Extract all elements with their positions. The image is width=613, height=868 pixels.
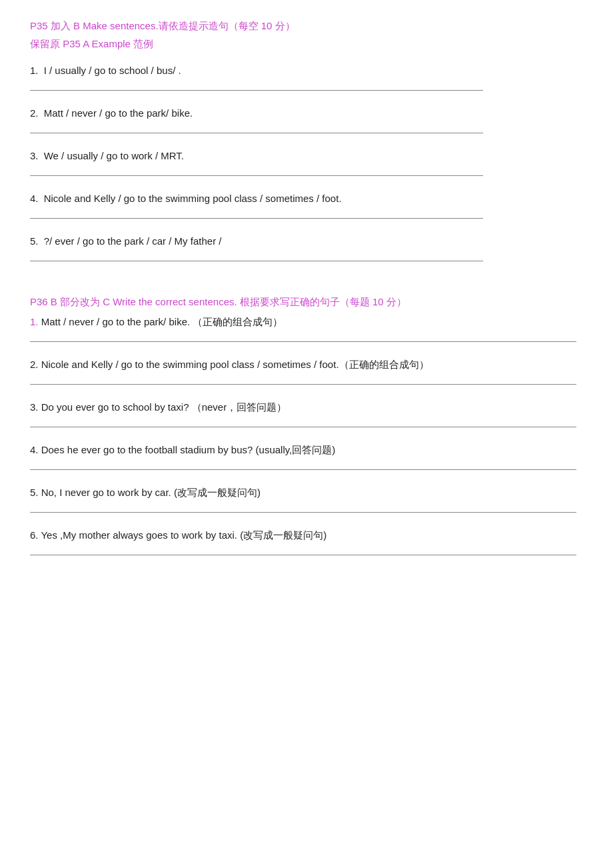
section1-q3-text: 3. We / usually / go to work / MRT. [30,148,583,164]
section1-q3: 3. We / usually / go to work / MRT. [30,148,583,176]
section2-q4-line [30,463,576,470]
section2-q3: 3. Do you ever go to school by taxi? （ne… [30,399,583,427]
section1-title: P35 加入 B Make sentences.请依造提示造句（每空 10 分） [30,20,583,33]
section1-q5: 5. ?/ ever / go to the park / car / My f… [30,233,583,261]
section2-q1: 1. Matt / never / go to the park/ bike. … [30,314,583,342]
section1-q4: 4. Nicole and Kelly / go to the swimming… [30,191,583,219]
section1-q5-text: 5. ?/ ever / go to the park / car / My f… [30,233,583,249]
section2-q4: 4. Does he ever go to the football stadi… [30,442,583,470]
section2-q2-text: 2. Nicole and Kelly / go to the swimming… [30,357,583,373]
section2: P36 B 部分改为 C Write the correct sentences… [30,296,583,555]
section2-q1-line [30,335,576,342]
section1-q3-line [30,169,483,176]
section2-q5-text: 5. No, I never go to work by car. (改写成一般… [30,485,583,501]
section2-q5-line [30,506,576,513]
section2-title: P36 B 部分改为 C Write the correct sentences… [30,296,583,309]
section1-q4-line [30,212,483,219]
section2-q6: 6. Yes ,My mother always goes to work by… [30,527,583,555]
section2-q3-line [30,421,576,427]
section1-q1: 1. I / usually / go to school / bus/ . [30,63,583,91]
section1-q2: 2. Matt / never / go to the park/ bike. [30,105,583,133]
section2-q5: 5. No, I never go to work by car. (改写成一般… [30,485,583,513]
section1-subtitle: 保留原 P35 A Example 范例 [30,38,583,51]
section2-q2-line [30,378,576,385]
section1-q1-text: 1. I / usually / go to school / bus/ . [30,63,583,79]
section2-q2: 2. Nicole and Kelly / go to the swimming… [30,357,583,385]
section2-q6-text: 6. Yes ,My mother always goes to work by… [30,527,583,543]
section1-q4-text: 4. Nicole and Kelly / go to the swimming… [30,191,583,207]
section1-q2-line [30,127,483,133]
section1: P35 加入 B Make sentences.请依造提示造句（每空 10 分）… [30,20,583,261]
section1-q5-line [30,255,483,261]
section2-q1-text: 1. Matt / never / go to the park/ bike. … [30,314,583,330]
section2-q6-line [30,549,576,555]
section2-q4-text: 4. Does he ever go to the football stadi… [30,442,583,458]
section1-q1-line [30,84,483,91]
section2-q3-text: 3. Do you ever go to school by taxi? （ne… [30,399,583,415]
section1-q2-text: 2. Matt / never / go to the park/ bike. [30,105,583,121]
section-spacer [30,276,583,296]
